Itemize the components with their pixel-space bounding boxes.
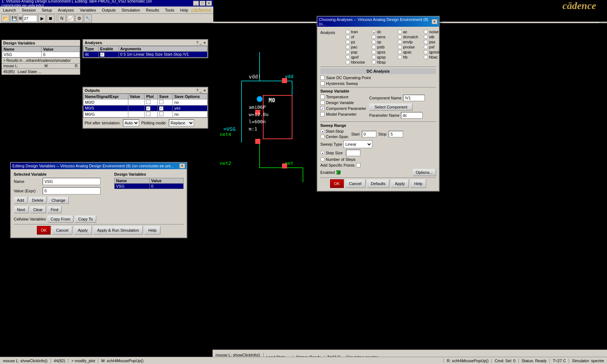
ca-radio-ac[interactable]: ac <box>398 30 423 34</box>
edv-next-btn[interactable]: Next <box>14 206 29 213</box>
menu-tools[interactable]: Tools <box>162 7 177 13</box>
ca-radio-hbnoise[interactable]: hbnoise <box>346 60 371 64</box>
tran-radio[interactable] <box>346 30 350 34</box>
hbsp-radio[interactable] <box>372 60 376 64</box>
qpnoise-radio[interactable] <box>424 50 428 54</box>
ca-radio-pstb[interactable]: pstb <box>372 45 397 49</box>
ca-cp-cb[interactable] <box>320 106 325 111</box>
ca-sweep-type-select[interactable]: Linear Log <box>343 140 372 148</box>
temp-input[interactable]: 27 <box>23 15 37 22</box>
edv-find-btn[interactable]: Find <box>47 206 61 213</box>
ca-save-dc-cb[interactable] <box>320 76 325 80</box>
pss-radio[interactable] <box>424 40 428 44</box>
edv-dv-row[interactable]: VSG 0 <box>115 184 184 189</box>
noise-radio[interactable] <box>424 30 428 34</box>
edv-value-input[interactable] <box>43 187 101 194</box>
ca-radio-hbsp[interactable]: hbsp <box>372 60 397 64</box>
edv-change-btn[interactable]: Change <box>48 197 69 204</box>
og-plot-2[interactable] <box>145 106 158 111</box>
load-state[interactable]: Load State ... <box>18 69 41 74</box>
ca-radio-dc[interactable]: dc <box>372 30 397 34</box>
ca-step-size-input[interactable] <box>346 150 360 156</box>
edv-close[interactable]: ✕ <box>179 163 185 168</box>
pz-radio[interactable] <box>346 40 350 44</box>
ca-enabled-cb[interactable]: ✓ <box>336 170 341 175</box>
menu-outputs[interactable]: Outputs <box>99 7 119 13</box>
ca-start-input[interactable] <box>362 131 376 137</box>
ca-center-span-row[interactable]: Center-Span <box>320 134 348 139</box>
menu-help[interactable]: Help <box>177 7 191 13</box>
qpac-radio[interactable] <box>398 50 402 54</box>
stb-radio[interactable] <box>424 35 428 39</box>
menu-analyses[interactable]: Analyses <box>55 7 77 13</box>
edv-ok-btn[interactable]: OK <box>37 226 51 235</box>
ca-radio-envlp[interactable]: envlp <box>398 40 423 44</box>
ca-cancel-btn[interactable]: Cancel <box>345 179 366 188</box>
ca-radio-qpac[interactable]: qpac <box>398 50 423 54</box>
og-save-1[interactable] <box>158 99 173 106</box>
menu-results[interactable]: Results <box>143 7 162 13</box>
og-plot-3[interactable] <box>145 111 158 117</box>
edv-delete-btn[interactable]: Delete <box>29 197 47 204</box>
ca-select-component-btn[interactable]: Select Component <box>369 103 412 111</box>
ca-step-size-row[interactable]: Step Size <box>320 150 436 156</box>
save-button[interactable]: 💾 <box>10 14 18 22</box>
ca-radio-pnoise[interactable]: pnoise <box>398 45 423 49</box>
ca-radio-hbac[interactable]: hbac <box>424 55 449 59</box>
ca-radio-stb[interactable]: stb <box>424 35 449 39</box>
edv-apply-btn[interactable]: Apply <box>74 226 92 235</box>
ca-temp-cb[interactable] <box>320 95 325 99</box>
tool2-button[interactable]: 🔧 <box>84 14 92 22</box>
sp-radio[interactable] <box>372 40 376 44</box>
tool1-button[interactable]: ⚙ <box>75 14 83 22</box>
run-button[interactable]: ▶ <box>38 14 46 22</box>
ca-radio-psp[interactable]: psp <box>346 50 371 54</box>
hb-radio[interactable] <box>398 55 402 59</box>
ca-asp-cb[interactable] <box>356 163 360 167</box>
ca-ok-btn[interactable]: OK <box>330 179 344 188</box>
ca-radio-sens[interactable]: sens <box>372 35 397 39</box>
stop-button[interactable]: ⏹ <box>47 14 55 22</box>
hbac-radio[interactable] <box>424 55 428 59</box>
ca-num-steps-row[interactable]: Number of Steps <box>320 157 436 162</box>
outputs-close[interactable]: ✕ <box>203 89 206 93</box>
ca-compname-input[interactable] <box>403 95 425 101</box>
pstb-radio[interactable] <box>372 45 376 49</box>
ca-defaults-btn[interactable]: Defaults <box>367 179 389 188</box>
dv-row[interactable]: VSG 0 <box>2 52 80 57</box>
ca-radio-hb[interactable]: hb <box>398 55 423 59</box>
ca-paramname-input[interactable] <box>401 112 423 119</box>
ca-apply-btn[interactable]: Apply <box>391 179 409 188</box>
ca-radio-pac[interactable]: pac <box>346 45 371 49</box>
ca-radio-xf[interactable]: xf <box>346 35 371 39</box>
analyses-min[interactable]: _ <box>200 41 202 45</box>
ac-radio[interactable] <box>398 30 402 34</box>
og-row-1[interactable]: M0/D no <box>84 99 208 106</box>
xf-radio[interactable] <box>346 35 350 39</box>
pxf-radio[interactable] <box>424 45 428 49</box>
og-row-3[interactable]: M0/G no <box>84 111 208 117</box>
qpsp-radio[interactable] <box>372 55 376 59</box>
open-button[interactable]: 📂 <box>1 14 9 22</box>
ca-radio-qpnoise[interactable]: qpnoise <box>424 50 449 54</box>
ca-start-stop-row[interactable]: Start-Stop <box>320 129 348 133</box>
og-save-3[interactable] <box>158 111 173 117</box>
qpxf-radio[interactable] <box>346 55 350 59</box>
ca-options-btn[interactable]: Options... <box>412 169 436 176</box>
pnoise-radio[interactable] <box>398 45 402 49</box>
ca-step-size-radio[interactable] <box>320 151 325 155</box>
ca-radio-pz[interactable]: pz <box>346 40 371 44</box>
ca-help-btn[interactable]: Help <box>410 179 427 188</box>
envlp-radio[interactable] <box>398 40 402 44</box>
og-save-2[interactable] <box>158 106 173 111</box>
plot-button[interactable]: 📈 <box>67 14 74 22</box>
ca-num-steps-radio[interactable] <box>320 157 325 162</box>
ca-start-stop-radio[interactable] <box>320 129 325 133</box>
menu-simulation[interactable]: Simulation <box>119 7 143 13</box>
ca-close[interactable]: ✕ <box>432 19 437 24</box>
hbnoise-radio[interactable] <box>346 60 350 64</box>
ca-radio-pxf[interactable]: pxf <box>424 45 449 49</box>
close-button[interactable]: ✕ <box>206 1 212 6</box>
ca-radio-qpxf[interactable]: qpxf <box>346 55 371 59</box>
menu-session[interactable]: Session <box>19 7 39 13</box>
